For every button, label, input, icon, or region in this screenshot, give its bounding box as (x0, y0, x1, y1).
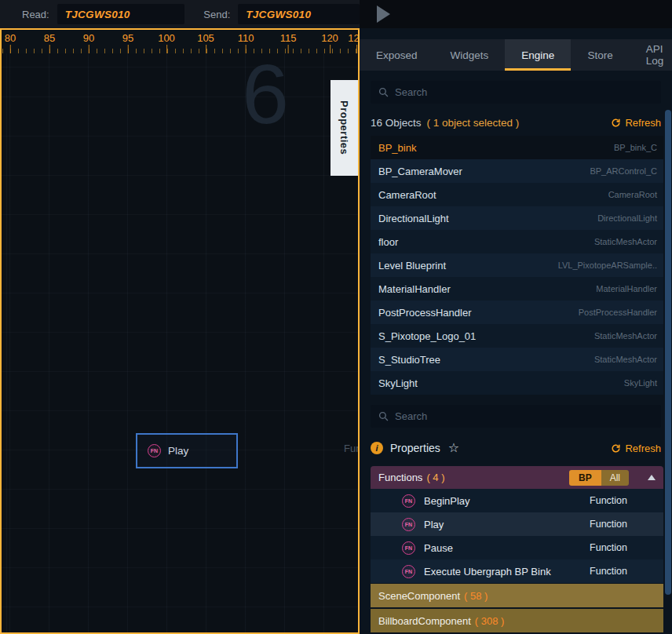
objects-list: BP_bink BP_bink_C BP_CameraMover BP_ARCo… (371, 136, 663, 395)
all-filter-button[interactable]: All (601, 470, 629, 486)
ruler-tick-label: 100 (158, 32, 175, 44)
fn-icon: FN (402, 518, 415, 531)
object-name: PostProcessHandler (378, 307, 472, 319)
objects-search-input[interactable] (371, 81, 661, 104)
object-type: BP_bink_C (614, 143, 657, 152)
function-row-beginplay[interactable]: FN BeginPlay Function (371, 489, 663, 512)
object-name: S_StudioTree (378, 354, 440, 366)
function-name: BeginPlay (424, 495, 470, 507)
object-type: StaticMeshActor (594, 355, 657, 364)
object-row-directionallight[interactable]: DirectionalLight DirectionalLight (371, 206, 663, 230)
section-count: ( 308 ) (475, 615, 505, 627)
fn-icon: FN (402, 565, 415, 578)
info-icon[interactable]: i (371, 442, 383, 454)
read-input[interactable]: TJCGWS010 (57, 4, 185, 24)
billboardcomponent-section-header[interactable]: BillboardComponent ( 308 ) (371, 609, 663, 632)
function-name: Pause (424, 542, 453, 554)
properties-refresh-button[interactable]: Refresh (611, 443, 661, 454)
object-row-bp-cameramover[interactable]: BP_CameraMover BP_ARControl_C (371, 159, 663, 183)
tab-api-log[interactable]: API Log (630, 39, 672, 71)
properties-title: Properties (390, 442, 440, 454)
function-row-pause[interactable]: FN Pause Function (371, 536, 663, 559)
ruler-tick-label: 90 (83, 32, 94, 44)
fn-icon: FN (402, 541, 415, 555)
object-row-skylight[interactable]: SkyLight SkyLight (371, 371, 663, 395)
horizontal-ruler: 80 85 90 95 100 105 110 115 120 125 (2, 30, 358, 53)
function-name: Execute Ubergraph BP Bink (424, 566, 551, 578)
function-name: Play (424, 519, 444, 530)
object-row-postprocesshandler[interactable]: PostProcessHandler PostProcessHandler (371, 301, 663, 324)
bp-all-toggle: BP All (569, 470, 629, 486)
tab-store[interactable]: Store (571, 39, 629, 71)
object-name: CameraRoot (378, 189, 436, 201)
objects-refresh-button[interactable]: Refresh (611, 117, 661, 129)
function-row-execute-ubergraph[interactable]: FN Execute Ubergraph BP Bink Function (371, 559, 663, 583)
top-bar-right (360, 0, 672, 28)
object-name: DirectionalLight (378, 213, 449, 224)
panel-tabstrip: Exposed Widgets Engine Store API Log (360, 39, 672, 71)
object-row-cameraroot[interactable]: CameraRoot CameraRoot (371, 183, 663, 206)
object-row-floor[interactable]: floor StaticMeshActor (371, 230, 663, 253)
refresh-label: Refresh (625, 443, 661, 454)
functions-list: FN BeginPlay Function FN Play Function F… (371, 489, 663, 583)
ruler-tick-label: 95 (122, 32, 133, 44)
right-panel: Exposed Widgets Engine Store API Log 16 … (360, 28, 672, 634)
refresh-icon (611, 443, 621, 454)
scenecomponent-section-header[interactable]: SceneComponent ( 58 ) (371, 584, 663, 607)
object-row-studiotree[interactable]: S_StudioTree StaticMeshActor (371, 348, 663, 371)
objects-count: 16 Objects (371, 117, 422, 129)
object-name: floor (378, 236, 398, 248)
ruler-tick-label: 105 (197, 32, 214, 44)
properties-search[interactable] (371, 405, 661, 428)
refresh-label: Refresh (625, 117, 661, 129)
top-bar: Read: TJCGWS010 Send: TJCGWS010 (0, 0, 672, 28)
search-icon (378, 411, 389, 421)
objects-search[interactable] (371, 81, 661, 104)
properties-side-tab[interactable]: Properties (331, 80, 358, 176)
object-row-level-blueprint[interactable]: Level Blueprint LVL_PixotopeARSample.. (371, 253, 663, 277)
ruler-tick-label: 110 (238, 32, 254, 44)
object-row-bp-bink[interactable]: BP_bink BP_bink_C (371, 136, 663, 159)
object-type: StaticMeshActor (594, 331, 657, 341)
properties-header: i Properties ☆ Refresh (371, 437, 661, 459)
object-type: PostProcessHandler (579, 308, 657, 317)
panel-scrollbar[interactable] (665, 80, 671, 631)
play-node-label: Play (168, 445, 188, 457)
object-type: DirectionalLight (597, 213, 657, 223)
send-label: Send: (203, 9, 230, 20)
send-value: TJCGWS010 (246, 9, 311, 20)
function-type: Function (590, 542, 627, 553)
scrollbar-thumb[interactable] (665, 110, 671, 595)
search-icon (378, 87, 389, 97)
properties-search-input[interactable] (371, 405, 661, 428)
object-type: SkyLight (624, 378, 657, 388)
refresh-icon (611, 118, 621, 128)
send-input[interactable]: TJCGWS010 (238, 4, 360, 24)
grid-background (2, 53, 358, 632)
ruler-tick-label: 85 (44, 32, 55, 44)
object-name: SkyLight (378, 377, 418, 389)
object-name: BP_bink (378, 142, 416, 154)
ruler-tick-label: 125 (348, 32, 360, 44)
play-icon[interactable] (377, 5, 390, 23)
object-type: LVL_PixotopeARSample.. (558, 261, 657, 270)
object-type: StaticMeshActor (594, 237, 657, 246)
favorite-star-icon[interactable]: ☆ (448, 442, 459, 454)
tab-engine[interactable]: Engine (505, 39, 571, 71)
play-function-node[interactable]: FN Play (136, 433, 238, 468)
object-row-pixotope-logo[interactable]: S_Pixotope_Logo_01 StaticMeshActor (371, 324, 663, 348)
tab-exposed[interactable]: Exposed (360, 39, 434, 71)
object-row-materialhandler[interactable]: MaterialHandler MaterialHandler (371, 277, 663, 301)
objects-header: 16 Objects ( 1 object selected ) Refresh (371, 114, 661, 132)
object-name: Level Blueprint (378, 260, 446, 271)
bp-filter-button[interactable]: BP (569, 470, 601, 486)
functions-section-header[interactable]: Functions ( 4 ) BP All (371, 466, 663, 489)
function-row-play[interactable]: FN Play Function (371, 512, 663, 536)
app-root: Read: TJCGWS010 Send: TJCGWS010 80 85 90… (0, 0, 672, 634)
tab-widgets[interactable]: Widgets (434, 39, 506, 71)
collapse-chevron-icon[interactable] (648, 475, 656, 480)
function-type: Function (590, 566, 627, 577)
fn-icon: FN (402, 494, 415, 508)
object-name: S_Pixotope_Logo_01 (378, 330, 476, 342)
viewport-canvas[interactable]: 80 85 90 95 100 105 110 115 120 125 6 Fu… (0, 28, 360, 634)
